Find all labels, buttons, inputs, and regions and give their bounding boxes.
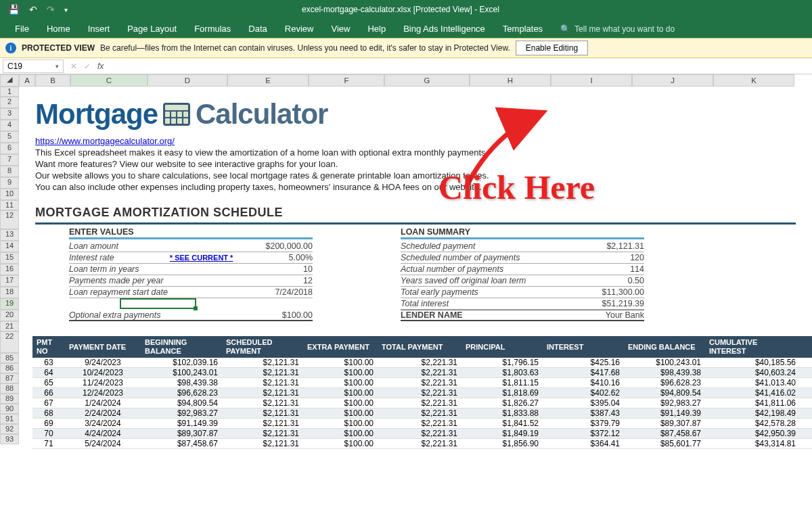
amort-cell[interactable]: $2,221.31 bbox=[378, 388, 461, 398]
row-header-17[interactable]: 17 bbox=[0, 275, 19, 287]
amort-cell[interactable]: $42,578.28 bbox=[705, 419, 800, 428]
worksheet-area[interactable]: Mortgage Calculator https://www.mortgage… bbox=[19, 87, 812, 449]
amort-cell[interactable]: $379.79 bbox=[543, 419, 624, 428]
row-header-14[interactable]: 14 bbox=[0, 241, 19, 252]
col-header-I[interactable]: I bbox=[551, 74, 632, 87]
row-header-88[interactable]: 88 bbox=[0, 383, 19, 394]
row-header-16[interactable]: 16 bbox=[0, 264, 19, 275]
row-header-87[interactable]: 87 bbox=[0, 373, 19, 383]
row-header-89[interactable]: 89 bbox=[0, 394, 19, 404]
amort-row[interactable]: 715/24/2024$87,458.67$2,121.31$100.00$2,… bbox=[32, 439, 812, 449]
amort-cell[interactable]: $2,121.31 bbox=[222, 408, 303, 418]
amort-cell[interactable]: $364.41 bbox=[543, 439, 624, 448]
amort-cell[interactable]: 2/24/2024 bbox=[65, 408, 141, 418]
row-header-19[interactable]: 19 bbox=[0, 298, 19, 310]
col-header-B[interactable]: B bbox=[35, 74, 70, 87]
tell-me-search[interactable]: 🔍Tell me what you want to do bbox=[552, 20, 683, 38]
row-header-93[interactable]: 93 bbox=[0, 434, 19, 444]
amort-cell[interactable]: $100.00 bbox=[303, 439, 378, 448]
col-header-G[interactable]: G bbox=[384, 74, 470, 87]
ribbon-tab-templates[interactable]: Templates bbox=[495, 20, 551, 38]
amort-cell[interactable]: $96,628.23 bbox=[141, 388, 222, 398]
save-icon[interactable]: 💾 bbox=[5, 3, 22, 16]
row-header-8[interactable]: 8 bbox=[0, 166, 19, 177]
amort-cell[interactable]: $2,121.31 bbox=[222, 398, 303, 408]
amort-cell[interactable]: $425.16 bbox=[543, 358, 624, 367]
amort-cell[interactable]: $2,221.31 bbox=[378, 419, 461, 428]
amort-cell[interactable]: $2,221.31 bbox=[378, 439, 461, 448]
amort-cell[interactable]: $102,039.16 bbox=[141, 358, 222, 367]
col-header-E[interactable]: E bbox=[227, 74, 309, 87]
row-header-10[interactable]: 10 bbox=[0, 189, 19, 200]
amort-cell[interactable]: 63 bbox=[32, 358, 65, 367]
ribbon-tab-formulas[interactable]: Formulas bbox=[186, 20, 239, 38]
amort-row[interactable]: 6612/24/2023$96,628.23$2,121.31$100.00$2… bbox=[32, 388, 812, 398]
amort-cell[interactable]: $2,121.31 bbox=[222, 358, 303, 367]
amort-cell[interactable]: $96,628.23 bbox=[624, 378, 705, 387]
col-header-K[interactable]: K bbox=[713, 74, 794, 87]
amort-cell[interactable]: $91,149.39 bbox=[624, 408, 705, 418]
see-current-link[interactable]: * SEE CURRENT * bbox=[170, 254, 233, 262]
row-header-2[interactable]: 2 bbox=[0, 97, 19, 108]
undo-icon[interactable]: ↶ bbox=[26, 3, 40, 16]
amort-cell[interactable]: 71 bbox=[32, 439, 65, 448]
amort-cell[interactable]: $89,307.87 bbox=[624, 419, 705, 428]
amort-row[interactable]: 639/24/2023$102,039.16$2,121.31$100.00$2… bbox=[32, 358, 812, 368]
amort-cell[interactable]: $2,221.31 bbox=[378, 368, 461, 377]
amort-cell[interactable]: $2,121.31 bbox=[222, 429, 303, 438]
amort-cell[interactable]: $100,243.01 bbox=[624, 358, 705, 367]
amort-cell[interactable]: $2,121.31 bbox=[222, 439, 303, 448]
amort-cell[interactable]: $43,314.81 bbox=[705, 439, 800, 448]
amort-cell[interactable]: $2,221.31 bbox=[378, 429, 461, 438]
ribbon-tab-insert[interactable]: Insert bbox=[80, 20, 118, 38]
fx-icon[interactable]: fx bbox=[97, 62, 104, 71]
amort-cell[interactable]: $41,013.40 bbox=[705, 378, 800, 387]
row-header-85[interactable]: 85 bbox=[0, 353, 19, 363]
amort-cell[interactable]: 11/24/2023 bbox=[65, 378, 141, 387]
amort-cell[interactable]: 65 bbox=[32, 378, 65, 387]
amort-cell[interactable]: $1,849.19 bbox=[461, 429, 543, 438]
website-link[interactable]: https://www.mortgagecalculator.org/ bbox=[35, 136, 175, 146]
amort-cell[interactable]: $100.00 bbox=[303, 378, 378, 387]
ribbon-tab-home[interactable]: Home bbox=[39, 20, 78, 38]
fill-handle[interactable] bbox=[194, 306, 198, 310]
row-header-12[interactable]: 12 bbox=[0, 210, 19, 229]
amort-cell[interactable]: 3/24/2024 bbox=[65, 419, 141, 428]
amort-cell[interactable]: 64 bbox=[32, 368, 65, 377]
row-header-21[interactable]: 21 bbox=[0, 321, 19, 331]
amort-cell[interactable]: $100.00 bbox=[303, 388, 378, 398]
amort-cell[interactable]: $100.00 bbox=[303, 419, 378, 428]
amort-cell[interactable]: $92,983.27 bbox=[624, 398, 705, 408]
ribbon-tab-view[interactable]: View bbox=[323, 20, 358, 38]
amort-row[interactable]: 6511/24/2023$98,439.38$2,121.31$100.00$2… bbox=[32, 378, 812, 388]
amort-cell[interactable]: $94,809.54 bbox=[141, 398, 222, 408]
amort-cell[interactable]: $94,809.54 bbox=[624, 388, 705, 398]
amort-cell[interactable]: $41,811.06 bbox=[705, 398, 800, 408]
amort-cell[interactable]: $402.62 bbox=[543, 388, 624, 398]
amort-cell[interactable]: $100,243.01 bbox=[141, 368, 222, 377]
amort-cell[interactable]: $89,307.87 bbox=[141, 429, 222, 438]
amort-cell[interactable]: $100.00 bbox=[303, 368, 378, 377]
amort-row[interactable]: 682/24/2024$92,983.27$2,121.31$100.00$2,… bbox=[32, 408, 812, 419]
cancel-icon[interactable]: ✕ bbox=[70, 62, 77, 71]
amort-cell[interactable]: $41,416.02 bbox=[705, 388, 800, 398]
amort-row[interactable]: 704/24/2024$89,307.87$2,121.31$100.00$2,… bbox=[32, 429, 812, 439]
amort-cell[interactable]: 70 bbox=[32, 429, 65, 438]
col-header-F[interactable]: F bbox=[309, 74, 384, 87]
amort-row[interactable]: 693/24/2024$91,149.39$2,121.31$100.00$2,… bbox=[32, 419, 812, 429]
amort-cell[interactable]: $1,833.88 bbox=[461, 408, 543, 418]
amort-cell[interactable]: $387.43 bbox=[543, 408, 624, 418]
row-header-7[interactable]: 7 bbox=[0, 154, 19, 166]
formula-input[interactable] bbox=[110, 60, 812, 73]
redo-icon[interactable]: ↷ bbox=[44, 3, 58, 16]
ribbon-tab-bing-ads-intelligence[interactable]: Bing Ads Intelligence bbox=[395, 20, 493, 38]
amort-cell[interactable]: $98,439.38 bbox=[141, 378, 222, 387]
amort-cell[interactable]: $1,818.69 bbox=[461, 388, 543, 398]
amort-cell[interactable]: 69 bbox=[32, 419, 65, 428]
amort-cell[interactable]: 4/24/2024 bbox=[65, 429, 141, 438]
amort-cell[interactable]: $100.00 bbox=[303, 358, 378, 367]
row-header-11[interactable]: 11 bbox=[0, 200, 19, 210]
amort-cell[interactable]: $40,185.56 bbox=[705, 358, 800, 367]
row-header-92[interactable]: 92 bbox=[0, 424, 19, 434]
amort-cell[interactable]: 5/24/2024 bbox=[65, 439, 141, 448]
